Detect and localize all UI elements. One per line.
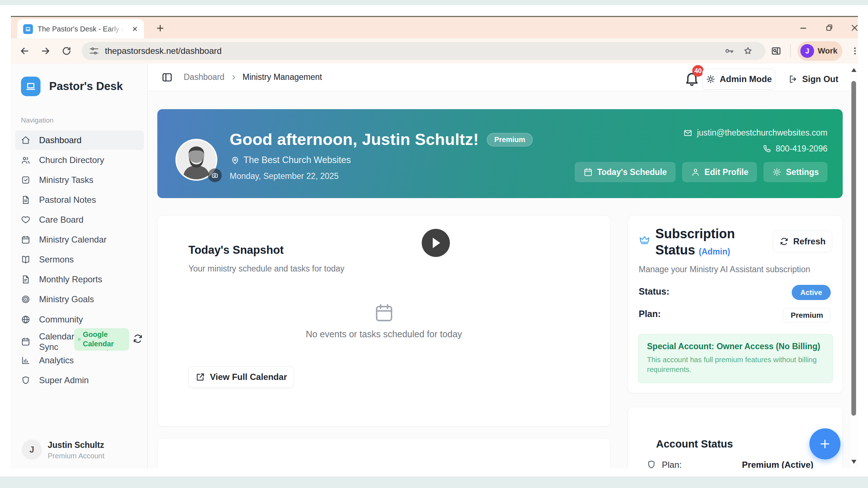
premium-badge: Premium bbox=[487, 133, 533, 146]
sidebar-item-label: Ministry Goals bbox=[39, 294, 94, 304]
sidebar-item-super-admin[interactable]: Super Admin bbox=[15, 371, 144, 390]
breadcrumb-current: Ministry Management bbox=[243, 72, 322, 82]
omnibox-right-icons bbox=[724, 46, 753, 56]
desktop-strip-bottom bbox=[0, 476, 868, 488]
sidebar-item-ministry-goals[interactable]: Ministry Goals bbox=[15, 290, 144, 309]
bookmark-star-icon[interactable] bbox=[743, 46, 753, 56]
external-link-icon bbox=[196, 372, 205, 382]
tab-favicon-laptop-icon bbox=[23, 24, 33, 34]
sync-status-dot bbox=[78, 338, 81, 341]
check-square-icon bbox=[21, 175, 30, 185]
sidebar-item-label: Community bbox=[39, 314, 83, 325]
account-plan-value: Premium (Active) bbox=[742, 460, 813, 468]
tune-icon[interactable] bbox=[89, 46, 99, 56]
settings-button[interactable]: Settings bbox=[763, 162, 827, 182]
edit-profile-label: Edit Profile bbox=[705, 167, 748, 177]
phone-text: 800-419-2096 bbox=[776, 144, 827, 154]
window-minimize-icon[interactable] bbox=[797, 22, 809, 34]
email-row: justin@thebestchurchwebsites.com bbox=[683, 128, 827, 138]
gear-icon bbox=[706, 74, 715, 84]
forward-icon[interactable] bbox=[40, 45, 51, 57]
plan-label: Plan: bbox=[639, 309, 661, 319]
sidebar-item-care-board[interactable]: Care Board bbox=[15, 210, 144, 230]
browser-toolbar: thepastorsdesk.net/dashboard J Work bbox=[11, 38, 858, 64]
sidebar-item-sermons[interactable]: Sermons bbox=[15, 250, 144, 269]
sync-badge-text: Google Calendar Synced bbox=[83, 330, 125, 351]
browser-profile-chip[interactable]: J Work bbox=[797, 41, 842, 61]
plan-premium-badge: Premium bbox=[783, 308, 831, 322]
gear-icon bbox=[772, 167, 782, 177]
sidebar-item-ministry-tasks[interactable]: Ministry Tasks bbox=[15, 170, 144, 190]
todays-snapshot-card: Today's Snapshot Your ministry schedule … bbox=[157, 215, 610, 427]
subscription-status-card: Subscription Status (Admin) Refresh Mana… bbox=[627, 215, 843, 393]
url-bar[interactable]: thepastorsdesk.net/dashboard bbox=[82, 42, 765, 60]
screen: The Pastor's Desk - Early Acces bbox=[0, 0, 868, 488]
sidebar-item-monthly-reports[interactable]: Monthly Reports bbox=[15, 270, 144, 289]
sidebar-item-label: Pastoral Notes bbox=[39, 195, 96, 205]
browser-menu-dots-icon[interactable] bbox=[849, 45, 861, 57]
empty-calendar-icon bbox=[374, 302, 395, 323]
password-key-icon[interactable] bbox=[724, 46, 734, 56]
toolbar-divider bbox=[790, 44, 791, 58]
plus-icon bbox=[818, 437, 831, 450]
notice-body: This account has full premium features w… bbox=[647, 355, 817, 374]
tab-title: The Pastor's Desk - Early Acces bbox=[38, 25, 124, 33]
refresh-button[interactable]: Refresh bbox=[773, 231, 832, 252]
view-full-calendar-label: View Full Calendar bbox=[210, 372, 287, 382]
report-icon bbox=[21, 275, 30, 284]
add-fab-button[interactable] bbox=[809, 428, 841, 459]
shield-icon bbox=[21, 376, 30, 385]
todays-schedule-button[interactable]: Today's Schedule bbox=[575, 162, 676, 182]
camera-icon[interactable] bbox=[208, 168, 222, 182]
tab-close-icon[interactable] bbox=[130, 24, 140, 34]
sidebar-user[interactable]: J Justin Schultz Premium Account bbox=[11, 436, 148, 468]
sidebar-item-church-directory[interactable]: Church Directory bbox=[15, 150, 144, 170]
sidebar-item-label: Sermons bbox=[39, 254, 74, 265]
brand: Pastor's Desk bbox=[21, 77, 123, 96]
breadcrumb-parent[interactable]: Dashboard bbox=[184, 72, 225, 82]
sidebar-item-ministry-calendar[interactable]: Ministry Calendar bbox=[15, 230, 144, 249]
refresh-icon bbox=[779, 237, 789, 246]
crown-icon bbox=[639, 234, 650, 246]
new-tab-icon[interactable] bbox=[155, 23, 166, 34]
play-icon bbox=[430, 237, 441, 249]
browser-tab[interactable]: The Pastor's Desk - Early Acces bbox=[17, 19, 144, 38]
sidebar-item-pastoral-notes[interactable]: Pastoral Notes bbox=[15, 190, 144, 210]
sidebar-item-label: Analytics bbox=[39, 355, 74, 365]
map-pin-icon bbox=[230, 155, 240, 165]
sidebar-item-analytics[interactable]: Analytics bbox=[15, 351, 144, 370]
admin-mode-button[interactable]: Admin Mode bbox=[702, 69, 775, 90]
sidebar-item-label: Care Board bbox=[39, 215, 84, 225]
organization-name: The Best Church Websites bbox=[243, 155, 351, 165]
window-close-icon[interactable] bbox=[848, 22, 861, 34]
main-area: Dashboard Ministry Management 40 Admin M… bbox=[148, 64, 858, 468]
app-header: Dashboard Ministry Management 40 Admin M… bbox=[148, 64, 858, 91]
person-icon bbox=[691, 167, 700, 177]
window-restore-icon[interactable] bbox=[823, 22, 835, 34]
view-full-calendar-button[interactable]: View Full Calendar bbox=[188, 366, 294, 388]
book-open-icon bbox=[21, 255, 30, 264]
reload-icon[interactable] bbox=[61, 45, 72, 57]
sign-out-button[interactable]: Sign Out bbox=[786, 69, 841, 90]
sync-refresh-icon[interactable] bbox=[132, 333, 143, 344]
page-scrollbar[interactable] bbox=[850, 64, 858, 468]
sidebar-item-dashboard[interactable]: Dashboard bbox=[15, 130, 144, 150]
organization-row: The Best Church Websites bbox=[230, 155, 351, 165]
users-icon bbox=[21, 155, 30, 165]
video-play-button[interactable] bbox=[422, 229, 450, 257]
scroll-up-arrow-icon[interactable] bbox=[851, 68, 856, 72]
bar-chart-icon bbox=[21, 356, 30, 365]
sidebar-item-label: Super Admin bbox=[39, 375, 89, 385]
edit-profile-button[interactable]: Edit Profile bbox=[682, 162, 757, 182]
sidebar-item-community[interactable]: Community bbox=[15, 310, 144, 329]
empty-state-message: No events or tasks scheduled for today bbox=[158, 329, 610, 339]
scroll-down-arrow-icon[interactable] bbox=[851, 460, 856, 464]
back-icon[interactable] bbox=[19, 45, 30, 57]
side-panel-search-icon[interactable] bbox=[770, 45, 782, 57]
sidebar-toggle-icon[interactable] bbox=[161, 72, 173, 83]
status-active-badge: Active bbox=[792, 285, 831, 300]
user-subtitle: Premium Account bbox=[48, 452, 105, 460]
sidebar-item-label: Dashboard bbox=[39, 135, 81, 145]
url-text[interactable]: thepastorsdesk.net/dashboard bbox=[105, 46, 222, 56]
scrollbar-thumb[interactable] bbox=[851, 81, 856, 416]
